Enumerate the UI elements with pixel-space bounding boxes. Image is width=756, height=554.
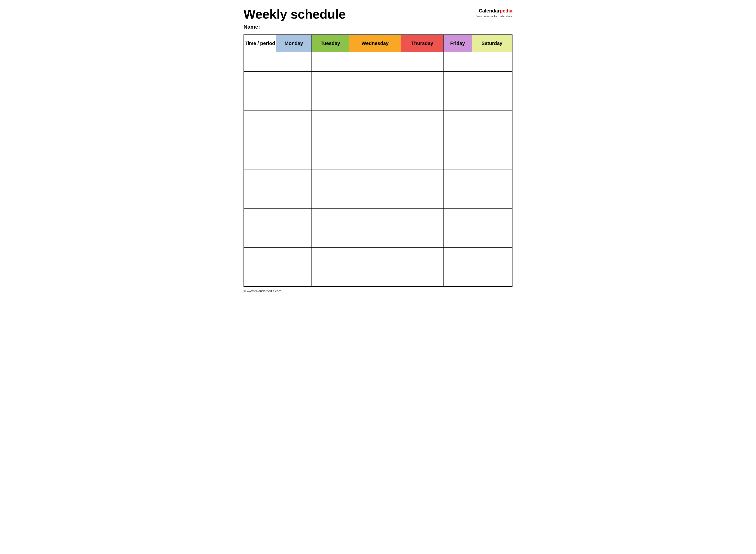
table-header-row: Time / period Monday Tuesday Wednesday T…	[244, 35, 512, 52]
saturday-cell[interactable]	[472, 169, 512, 189]
saturday-cell[interactable]	[472, 111, 512, 130]
thursday-cell[interactable]	[401, 91, 443, 111]
thursday-cell[interactable]	[401, 228, 443, 247]
table-row	[244, 130, 512, 150]
time-cell[interactable]	[244, 267, 276, 286]
monday-cell[interactable]	[276, 91, 312, 111]
monday-cell[interactable]	[276, 130, 312, 150]
col-header-saturday: Saturday	[472, 35, 512, 52]
schedule-table: Time / period Monday Tuesday Wednesday T…	[244, 35, 512, 287]
wednesday-cell[interactable]	[349, 247, 401, 267]
saturday-cell[interactable]	[472, 247, 512, 267]
thursday-cell[interactable]	[401, 267, 443, 286]
monday-cell[interactable]	[276, 169, 312, 189]
monday-cell[interactable]	[276, 247, 312, 267]
tuesday-cell[interactable]	[312, 169, 349, 189]
thursday-cell[interactable]	[401, 52, 443, 71]
tuesday-cell[interactable]	[312, 150, 349, 169]
thursday-cell[interactable]	[401, 208, 443, 228]
tuesday-cell[interactable]	[312, 267, 349, 286]
friday-cell[interactable]	[443, 111, 472, 130]
time-cell[interactable]	[244, 111, 276, 130]
thursday-cell[interactable]	[401, 71, 443, 91]
friday-cell[interactable]	[443, 150, 472, 169]
table-row	[244, 52, 512, 71]
saturday-cell[interactable]	[472, 208, 512, 228]
table-row	[244, 150, 512, 169]
brand-logo: Calendarpedia Your source for calendars	[476, 7, 512, 18]
time-cell[interactable]	[244, 228, 276, 247]
saturday-cell[interactable]	[472, 228, 512, 247]
table-body	[244, 52, 512, 286]
saturday-cell[interactable]	[472, 71, 512, 91]
wednesday-cell[interactable]	[349, 169, 401, 189]
time-cell[interactable]	[244, 130, 276, 150]
friday-cell[interactable]	[443, 130, 472, 150]
tuesday-cell[interactable]	[312, 91, 349, 111]
tuesday-cell[interactable]	[312, 208, 349, 228]
friday-cell[interactable]	[443, 91, 472, 111]
wednesday-cell[interactable]	[349, 228, 401, 247]
tuesday-cell[interactable]	[312, 71, 349, 91]
thursday-cell[interactable]	[401, 169, 443, 189]
monday-cell[interactable]	[276, 71, 312, 91]
saturday-cell[interactable]	[472, 130, 512, 150]
col-header-thursday: Thursday	[401, 35, 443, 52]
tuesday-cell[interactable]	[312, 111, 349, 130]
monday-cell[interactable]	[276, 267, 312, 286]
time-cell[interactable]	[244, 247, 276, 267]
tuesday-cell[interactable]	[312, 130, 349, 150]
friday-cell[interactable]	[443, 52, 472, 71]
thursday-cell[interactable]	[401, 130, 443, 150]
wednesday-cell[interactable]	[349, 52, 401, 71]
monday-cell[interactable]	[276, 111, 312, 130]
col-header-monday: Monday	[276, 35, 312, 52]
saturday-cell[interactable]	[472, 189, 512, 208]
friday-cell[interactable]	[443, 208, 472, 228]
saturday-cell[interactable]	[472, 150, 512, 169]
time-cell[interactable]	[244, 52, 276, 71]
wednesday-cell[interactable]	[349, 189, 401, 208]
thursday-cell[interactable]	[401, 189, 443, 208]
time-cell[interactable]	[244, 71, 276, 91]
friday-cell[interactable]	[443, 267, 472, 286]
wednesday-cell[interactable]	[349, 91, 401, 111]
wednesday-cell[interactable]	[349, 111, 401, 130]
monday-cell[interactable]	[276, 52, 312, 71]
wednesday-cell[interactable]	[349, 267, 401, 286]
monday-cell[interactable]	[276, 189, 312, 208]
table-row	[244, 247, 512, 267]
time-cell[interactable]	[244, 91, 276, 111]
tuesday-cell[interactable]	[312, 52, 349, 71]
tuesday-cell[interactable]	[312, 228, 349, 247]
wednesday-cell[interactable]	[349, 130, 401, 150]
time-cell[interactable]	[244, 150, 276, 169]
friday-cell[interactable]	[443, 228, 472, 247]
brand-tagline: Your source for calendars	[476, 14, 512, 18]
friday-cell[interactable]	[443, 247, 472, 267]
monday-cell[interactable]	[276, 228, 312, 247]
time-cell[interactable]	[244, 169, 276, 189]
friday-cell[interactable]	[443, 169, 472, 189]
time-cell[interactable]	[244, 208, 276, 228]
wednesday-cell[interactable]	[349, 150, 401, 169]
tuesday-cell[interactable]	[312, 247, 349, 267]
wednesday-cell[interactable]	[349, 208, 401, 228]
col-header-tuesday: Tuesday	[312, 35, 349, 52]
wednesday-cell[interactable]	[349, 71, 401, 91]
table-row	[244, 111, 512, 130]
col-header-wednesday: Wednesday	[349, 35, 401, 52]
saturday-cell[interactable]	[472, 52, 512, 71]
time-cell[interactable]	[244, 189, 276, 208]
saturday-cell[interactable]	[472, 267, 512, 286]
thursday-cell[interactable]	[401, 111, 443, 130]
col-header-time: Time / period	[244, 35, 276, 52]
thursday-cell[interactable]	[401, 150, 443, 169]
monday-cell[interactable]	[276, 208, 312, 228]
saturday-cell[interactable]	[472, 91, 512, 111]
friday-cell[interactable]	[443, 71, 472, 91]
tuesday-cell[interactable]	[312, 189, 349, 208]
friday-cell[interactable]	[443, 189, 472, 208]
thursday-cell[interactable]	[401, 247, 443, 267]
monday-cell[interactable]	[276, 150, 312, 169]
